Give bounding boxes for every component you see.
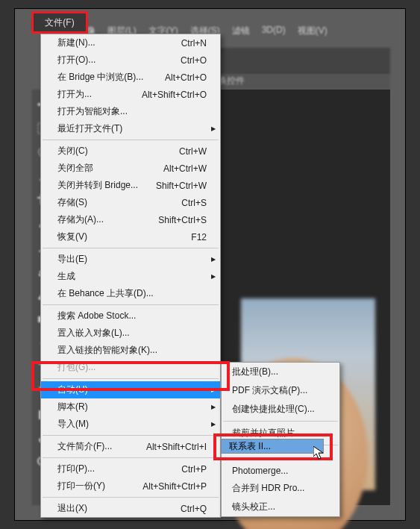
menu-3d[interactable]: 3D(D) — [256, 22, 292, 39]
file-g3-2[interactable]: 在 Behance 上共享(D)... — [41, 285, 220, 302]
file-g7-1[interactable]: 打印一份(Y)Alt+Shift+Ctrl+P — [41, 478, 220, 495]
file-g2-4[interactable]: 存储为(A)...Shift+Ctrl+S — [41, 211, 220, 228]
auto-s3-2[interactable]: 镜头校正... — [222, 498, 339, 516]
auto-s1-2[interactable]: 创建快捷批处理(C)... — [222, 400, 339, 419]
file-g5-1[interactable]: 导入(M) — [41, 416, 220, 433]
file-menu-dropdown: 新建(N)...Ctrl+N打开(O)...Ctrl+O在 Bridge 中浏览… — [40, 34, 221, 518]
auto-s1-0[interactable]: 批处理(B)... — [222, 363, 339, 381]
file-g4-1[interactable]: 置入嵌入对象(L)... — [41, 325, 220, 342]
file-g6-0[interactable]: 文件简介(F)...Alt+Shift+Ctrl+I — [41, 438, 220, 455]
file-g1-1[interactable]: 打开(O)...Ctrl+O — [41, 51, 220, 69]
file-g2-2[interactable]: 关闭并转到 Bridge...Shift+Ctrl+W — [41, 177, 220, 194]
auto-s3-0[interactable]: Photomerge... — [222, 463, 339, 479]
file-menu-button[interactable]: 文件(F) — [31, 11, 88, 34]
file-g1-0[interactable]: 新建(N)...Ctrl+N — [41, 34, 220, 51]
file-g2-0[interactable]: 关闭(C)Ctrl+W — [41, 143, 220, 160]
file-g2-3[interactable]: 存储(S)Ctrl+S — [41, 194, 220, 211]
cursor-icon — [313, 446, 325, 461]
menu-item-contact-sheet[interactable]: 联系表 II... — [221, 439, 324, 454]
menu-filter[interactable]: 滤镜 — [226, 22, 256, 39]
file-g2-1[interactable]: 关闭全部Alt+Ctrl+W — [41, 160, 220, 177]
file-g1-5[interactable]: 最近打开文件(T) — [41, 120, 220, 137]
file-g4-3[interactable]: 打包(G)... — [41, 359, 220, 376]
file-g3-1[interactable]: 生成 — [41, 268, 220, 285]
file-g4-0[interactable]: 搜索 Adobe Stock... — [41, 307, 220, 325]
file-g3-0[interactable]: 导出(E) — [41, 251, 220, 268]
file-g1-3[interactable]: 打开为...Alt+Shift+Ctrl+O — [41, 86, 220, 103]
file-g4-2[interactable]: 置入链接的智能对象(K)... — [41, 342, 220, 359]
file-g1-2[interactable]: 在 Bridge 中浏览(B)...Alt+Ctrl+O — [41, 69, 220, 86]
auto-s1-1[interactable]: PDF 演示文稿(P)... — [222, 381, 339, 400]
menu-view[interactable]: 视图(V) — [292, 22, 333, 39]
file-g7-0[interactable]: 打印(P)...Ctrl+P — [41, 460, 220, 478]
file-g2-5[interactable]: 恢复(V)F12 — [41, 228, 220, 245]
file-g5-0[interactable]: 脚本(R) — [41, 398, 220, 416]
menu-item-automate[interactable]: 自动(U) — [41, 381, 220, 398]
auto-s3-1[interactable]: 合并到 HDR Pro... — [222, 479, 339, 498]
file-g1-4[interactable]: 打开为智能对象... — [41, 103, 220, 120]
file-g8-0[interactable]: 退出(X)Ctrl+Q — [41, 500, 220, 517]
